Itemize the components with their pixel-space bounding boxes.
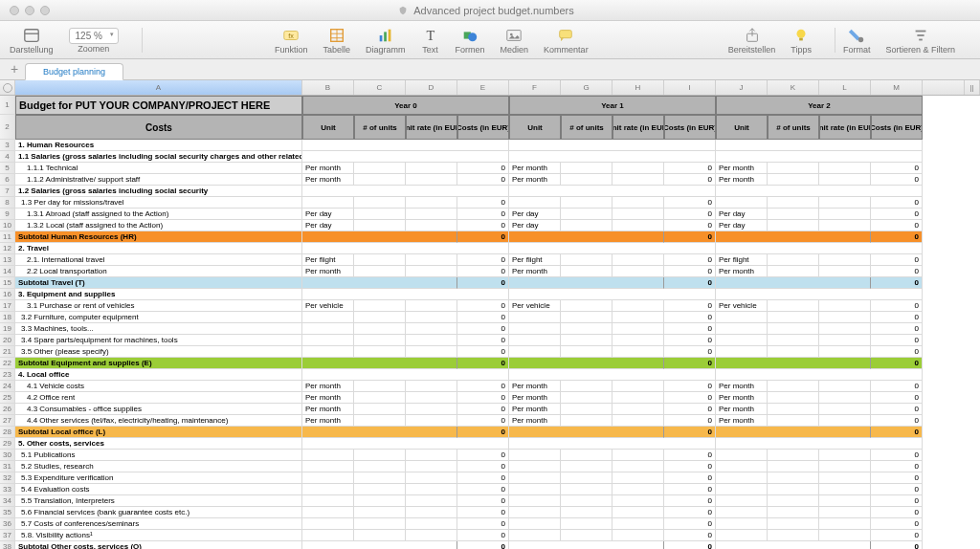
cell-21-0-cost[interactable]: 0 <box>457 346 509 358</box>
cell-26-1-num[interactable] <box>561 404 612 415</box>
year-header-0[interactable]: Year 0 <box>302 96 509 115</box>
cell-30-0-rate[interactable] <box>406 450 457 461</box>
row-header-22[interactable]: 22 <box>0 358 15 369</box>
cell-12-2[interactable] <box>716 243 923 254</box>
cell-13-2-cost[interactable]: 0 <box>871 254 923 266</box>
year-header-2[interactable]: Year 2 <box>716 96 923 115</box>
row-header-33[interactable]: 33 <box>0 484 15 495</box>
cell-10-1-cost[interactable]: 0 <box>664 220 716 231</box>
cell-label-17[interactable]: 3.1 Purchase or rent of vehicles <box>15 300 302 312</box>
cell-30-2-rate[interactable] <box>819 450 871 461</box>
cell-9-0-rate[interactable] <box>406 209 457 220</box>
cell-17-1-rate[interactable] <box>612 300 664 312</box>
cell-9-1-num[interactable] <box>561 209 612 220</box>
cell-34-0-rate[interactable] <box>406 495 457 507</box>
traffic-maximize[interactable] <box>40 6 50 15</box>
cell-31-1-num[interactable] <box>561 461 612 472</box>
cell-27-1-num[interactable] <box>561 415 612 427</box>
subheader-1-3[interactable]: Costs (in EUR) <box>664 115 716 140</box>
cell-21-1-unit[interactable] <box>509 346 561 358</box>
cell-label-16[interactable]: 3. Equipment and supplies <box>15 289 302 300</box>
cell-26-0-num[interactable] <box>354 404 406 415</box>
cell-32-0-rate[interactable] <box>406 472 457 484</box>
cell-19-1-rate[interactable] <box>612 323 664 335</box>
cell-30-1-rate[interactable] <box>612 450 664 461</box>
cell-31-2-rate[interactable] <box>819 461 871 472</box>
col-header-E[interactable]: E <box>457 80 509 95</box>
row-header-28[interactable]: 28 <box>0 427 15 438</box>
cell-34-2-rate[interactable] <box>819 495 871 507</box>
cell-35-0-unit[interactable] <box>302 507 354 518</box>
cell-32-2-unit[interactable] <box>716 472 768 484</box>
subheader-0-2[interactable]: Unit rate (in EUR) <box>406 115 457 140</box>
cell-28-0-cost[interactable]: 0 <box>457 427 509 438</box>
cell-19-2-cost[interactable]: 0 <box>871 323 923 335</box>
text-button[interactable]: T Text <box>421 26 440 55</box>
cell-33-1-rate[interactable] <box>612 484 664 495</box>
cell-20-1-num[interactable] <box>561 335 612 346</box>
row-header-6[interactable]: 6 <box>0 174 15 186</box>
cell-15-1-a[interactable] <box>509 277 664 289</box>
row-header-13[interactable]: 13 <box>0 254 15 266</box>
subheader-1-0[interactable]: Unit <box>509 115 561 140</box>
cell-21-0-unit[interactable] <box>302 346 354 358</box>
col-header-D[interactable]: D <box>406 80 457 95</box>
col-header-G[interactable]: G <box>561 80 612 95</box>
col-header-B[interactable]: B <box>302 80 354 95</box>
cell-35-1-rate[interactable] <box>612 507 664 518</box>
cell-10-1-num[interactable] <box>561 220 612 231</box>
cell-37-0-unit[interactable] <box>302 530 354 541</box>
row-header-4[interactable]: 4 <box>0 151 15 163</box>
col-header-M[interactable]: M <box>871 80 923 95</box>
cell-13-2-unit[interactable]: Per flight <box>716 254 768 266</box>
cell-19-2-unit[interactable] <box>716 323 768 335</box>
cell-18-1-rate[interactable] <box>612 312 664 323</box>
cell-36-1-cost[interactable]: 0 <box>664 518 716 530</box>
sheet-tab-active[interactable]: Budget planning <box>25 63 123 80</box>
cell-4-0[interactable] <box>302 151 509 163</box>
cell-24-2-num[interactable] <box>768 381 819 392</box>
cell-17-0-unit[interactable]: Per vehicle <box>302 300 354 312</box>
cell-29-2[interactable] <box>716 438 923 450</box>
cell-36-0-rate[interactable] <box>406 518 457 530</box>
cell-27-1-cost[interactable]: 0 <box>664 415 716 427</box>
cell-24-0-rate[interactable] <box>406 381 457 392</box>
cell-21-1-rate[interactable] <box>612 346 664 358</box>
cell-6-2-num[interactable] <box>768 174 819 186</box>
cell-20-2-cost[interactable]: 0 <box>871 335 923 346</box>
cell-15-2-a[interactable] <box>716 277 871 289</box>
cell-29-0[interactable] <box>302 438 509 450</box>
cell-27-0-cost[interactable]: 0 <box>457 415 509 427</box>
cell-32-1-rate[interactable] <box>612 472 664 484</box>
budget-title[interactable]: Budget for PUT YOUR COMPANY/PROJECT HERE <box>15 96 302 115</box>
cell-34-1-rate[interactable] <box>612 495 664 507</box>
cell-25-1-cost[interactable]: 0 <box>664 392 716 404</box>
cell-18-1-num[interactable] <box>561 312 612 323</box>
cell-13-1-cost[interactable]: 0 <box>664 254 716 266</box>
cell-23-2[interactable] <box>716 369 923 381</box>
cell-37-2-unit[interactable] <box>716 530 768 541</box>
cell-5-0-num[interactable] <box>354 163 406 174</box>
cell-4-2[interactable] <box>716 151 923 163</box>
cell-34-2-unit[interactable] <box>716 495 768 507</box>
cell-9-1-rate[interactable] <box>612 209 664 220</box>
cell-31-0-num[interactable] <box>354 461 406 472</box>
subheader-0-1[interactable]: # of units <box>354 115 406 140</box>
cell-6-0-num[interactable] <box>354 174 406 186</box>
cell-34-1-cost[interactable]: 0 <box>664 495 716 507</box>
row-header-18[interactable]: 18 <box>0 312 15 323</box>
cell-label-11[interactable]: Subtotal Human Resources (HR) <box>15 231 302 243</box>
row-header-29[interactable]: 29 <box>0 438 15 450</box>
row-header-35[interactable]: 35 <box>0 507 15 518</box>
row-header-17[interactable]: 17 <box>0 300 15 312</box>
cell-20-2-unit[interactable] <box>716 335 768 346</box>
cell-27-2-rate[interactable] <box>819 415 871 427</box>
cell-9-2-num[interactable] <box>768 209 819 220</box>
cell-33-2-unit[interactable] <box>716 484 768 495</box>
chart-button[interactable]: Diagramm <box>366 26 406 55</box>
add-column[interactable]: || <box>965 80 980 95</box>
cell-20-2-num[interactable] <box>768 335 819 346</box>
cell-33-1-unit[interactable] <box>509 484 561 495</box>
col-header-K[interactable]: K <box>768 80 819 95</box>
select-all-corner[interactable] <box>0 80 15 95</box>
